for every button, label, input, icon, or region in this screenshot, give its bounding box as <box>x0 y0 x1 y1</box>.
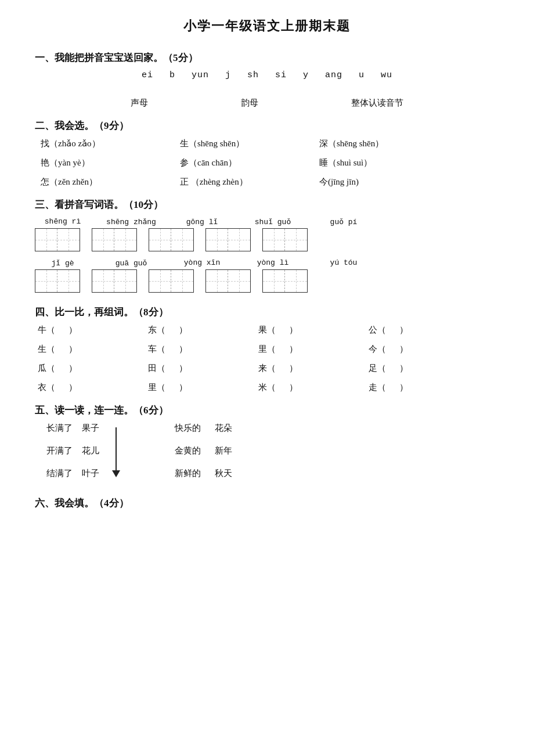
compare-2-4: 今（ ） <box>369 344 479 355</box>
char-box[interactable] <box>263 270 285 292</box>
choice-3-3: 今(jīng jīn) <box>319 177 424 188</box>
py-guaguo: guā guǒ <box>103 258 159 268</box>
section3-title: 三、看拼音写词语。（10分） <box>35 198 499 211</box>
compare-3-3: 来（ ） <box>258 363 369 374</box>
py-yutou: yú tóu <box>316 258 371 268</box>
box-group-yongli <box>205 269 251 293</box>
compare-row-1: 牛（ ） 东（ ） 果（ ） 公（ ） <box>38 325 499 336</box>
box-group-yutou <box>262 269 308 293</box>
char-box[interactable] <box>171 270 193 292</box>
compare-3-1: 瓜（ ） <box>38 363 148 374</box>
s5-r1a: 快乐的 <box>175 423 201 434</box>
choice-1-1: 找（zhǎo zǎo） <box>41 138 145 149</box>
char-box[interactable] <box>285 270 307 292</box>
s5-r2a: 金黄的 <box>175 445 201 456</box>
s5-l2b: 花儿 <box>82 445 99 456</box>
compare-2-2: 车（ ） <box>148 344 258 355</box>
section5-left: 长满了 果子 开满了 花儿 结满了 叶子 <box>46 423 128 479</box>
char-box[interactable] <box>57 229 80 251</box>
char-box[interactable] <box>57 270 80 292</box>
char-box[interactable] <box>114 229 136 251</box>
choice-1-3: 深（shēng shēn） <box>319 138 424 149</box>
box-group-shengzhang <box>92 228 137 251</box>
row1-boxes <box>35 228 499 251</box>
vertical-arrow <box>112 427 120 477</box>
compare-row-3: 瓜（ ） 田（ ） 来（ ） 足（ ） <box>38 363 499 374</box>
char-box[interactable] <box>285 229 307 251</box>
char-box[interactable] <box>92 270 114 292</box>
char-box[interactable] <box>206 229 228 251</box>
pinyin-ang: ang <box>325 70 342 80</box>
s5-row-1: 长满了 果子 <box>46 423 99 434</box>
s5-row-2: 开满了 花儿 <box>46 445 99 456</box>
row2-boxes <box>35 269 499 293</box>
char-box[interactable] <box>206 270 228 292</box>
char-box[interactable] <box>228 270 250 292</box>
char-box[interactable] <box>149 270 171 292</box>
s5-r3a: 新鲜的 <box>175 468 201 479</box>
compare-4-3: 米（ ） <box>258 382 369 393</box>
char-box[interactable] <box>35 270 57 292</box>
pinyin-yun: yun <box>192 70 209 80</box>
choice-row-2: 艳（yàn yè） 参（cān chān） 睡（shuì suì） <box>41 157 499 168</box>
box-group-guopi <box>262 228 308 251</box>
s5-r3b: 秋天 <box>215 468 232 479</box>
arrow-head <box>112 470 120 477</box>
s5-r2b: 新年 <box>215 445 232 456</box>
compare-1-3: 果（ ） <box>258 325 369 336</box>
compare-1-2: 东（ ） <box>148 325 258 336</box>
char-box[interactable] <box>263 229 285 251</box>
pinyin-si: si <box>275 70 287 80</box>
char-box[interactable] <box>171 229 193 251</box>
py-guopi: guǒ pí <box>316 217 371 226</box>
box-group-yongxin <box>149 269 194 293</box>
section2-title: 二、我会选。（9分） <box>35 119 499 132</box>
compare-4-1: 衣（ ） <box>38 382 148 393</box>
pinyin-sh: sh <box>247 70 259 80</box>
pinyin-b: b <box>169 70 175 80</box>
label-shengmu: 声母 <box>131 98 148 109</box>
s5-row-3: 结满了 叶子 <box>46 468 99 479</box>
s5-l1b: 果子 <box>82 423 99 434</box>
py-yongli: yòng lì <box>245 258 301 268</box>
pinyin-row: ei b yun j sh si y ang u wu <box>35 70 499 80</box>
page-title: 小学一年级语文上册期末题 <box>35 17 499 35</box>
char-box[interactable] <box>114 270 136 292</box>
box-group-jige <box>35 269 80 293</box>
compare-row-4: 衣（ ） 里（ ） 米（ ） 走（ ） <box>38 382 499 393</box>
pinyin-wu: wu <box>381 70 392 80</box>
arrow-shaft <box>116 427 117 470</box>
box-group-shengri <box>35 228 80 251</box>
section6-title: 六、我会填。（4分） <box>35 496 499 510</box>
section4-title: 四、比一比，再组词。（8分） <box>35 305 499 319</box>
choice-2-1: 艳（yàn yè） <box>41 157 145 168</box>
section1-labels: 声母 韵母 整体认读音节 <box>35 98 499 109</box>
section4-content: 牛（ ） 东（ ） 果（ ） 公（ ） 生（ ） 车（ ） 里（ ） 今（ ） … <box>38 325 499 393</box>
char-box[interactable] <box>149 229 171 251</box>
s5-row-r1: 快乐的 花朵 <box>175 423 232 434</box>
compare-2-3: 里（ ） <box>258 344 369 355</box>
pinyin-y: y <box>303 70 309 80</box>
s5-l3b: 叶子 <box>82 468 99 479</box>
row1-labels: shēng rì shēng zhǎng gōng lǐ shuǐ guǒ gu… <box>35 217 499 226</box>
char-box[interactable] <box>92 229 114 251</box>
choice-row-3: 怎（zěn zhěn） 正 （zhèng zhèn） 今(jīng jīn) <box>41 177 499 188</box>
section1-title: 一、我能把拼音宝宝送回家。（5分） <box>35 51 499 64</box>
choice-3-2: 正 （zhèng zhèn） <box>180 177 284 188</box>
choice-2-2: 参（cān chān） <box>180 157 284 168</box>
py-shengzhang: shēng zhǎng <box>103 217 159 226</box>
compare-3-2: 田（ ） <box>148 363 258 374</box>
char-box[interactable] <box>35 229 57 251</box>
choice-1-2: 生（shēng shēn） <box>180 138 284 149</box>
char-box[interactable] <box>228 229 250 251</box>
py-gongli: gōng lǐ <box>174 217 230 226</box>
pinyin-u: u <box>359 70 365 80</box>
choice-row-1: 找（zhǎo zǎo） 生（shēng shēn） 深（shēng shēn） <box>41 138 499 149</box>
box-group-gongli <box>149 228 194 251</box>
s5-r1b: 花朵 <box>215 423 232 434</box>
py-shengri: shēng rì <box>35 217 91 226</box>
py-jige: jǐ gè <box>35 258 91 268</box>
compare-4-2: 里（ ） <box>148 382 258 393</box>
label-yunmu: 韵母 <box>241 98 258 109</box>
s5-row-r2: 金黄的 新年 <box>175 445 232 456</box>
